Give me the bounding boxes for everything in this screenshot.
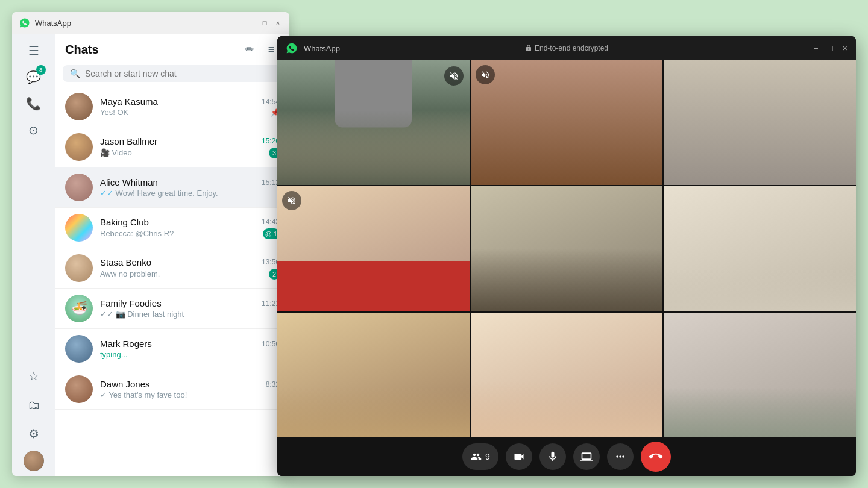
chat-name: Family Foodies bbox=[100, 298, 162, 308]
chat-preview: Rebecca: @Chris R? bbox=[100, 229, 174, 238]
sidebar-item-archived[interactable]: 🗂 bbox=[22, 393, 46, 417]
chat-info-dawn: Dawn Jones 8:32 ✓ Yes that's my fave too… bbox=[100, 379, 280, 399]
mic-button[interactable] bbox=[539, 443, 566, 470]
video-cell-9 bbox=[664, 313, 856, 437]
close-button[interactable]: × bbox=[274, 19, 282, 27]
video-cell-7 bbox=[277, 313, 470, 437]
end-call-button[interactable] bbox=[641, 442, 671, 472]
chat-info-baking: Baking Club 14:43 Rebecca: @Chris R? @ 1 bbox=[100, 217, 280, 239]
vc-close-button[interactable]: × bbox=[843, 43, 848, 53]
chat-name: Dawn Jones bbox=[100, 379, 150, 389]
avatar-alice bbox=[65, 174, 93, 201]
video-cell-8 bbox=[471, 313, 663, 437]
video-toggle-button[interactable] bbox=[506, 443, 532, 470]
chat-preview: Aww no problem. bbox=[100, 269, 160, 278]
minimize-button[interactable]: − bbox=[247, 19, 256, 27]
mute-indicator-1 bbox=[444, 66, 464, 86]
chat-preview: ✓✓ 📷 Dinner last night bbox=[100, 310, 184, 319]
chat-item-jason[interactable]: Jason Ballmer 15:26 🎥 Video 3 bbox=[55, 127, 289, 167]
avatar-baking bbox=[65, 214, 93, 242]
sidebar-item-status[interactable]: ⊙ bbox=[22, 118, 46, 142]
chat-name: Mark Rogers bbox=[100, 339, 152, 349]
chat-name: Baking Club bbox=[100, 217, 149, 227]
avatar-stasa bbox=[65, 254, 93, 282]
chat-preview: ✓ Yes that's my fave too! bbox=[100, 390, 187, 399]
more-options-button[interactable] bbox=[607, 443, 634, 470]
chat-info-stasa: Stasa Benko 13:56 Aww no problem. 2 bbox=[100, 257, 280, 280]
chat-list: Maya Kasuma 14:54 Yes! OK 📌 Jason Ballme… bbox=[55, 87, 289, 476]
chat-info-jason: Jason Ballmer 15:26 🎥 Video 3 bbox=[100, 136, 280, 158]
user-avatar[interactable] bbox=[24, 451, 44, 471]
video-call-window: WhatsApp End-to-end endcrypted − □ × bbox=[277, 36, 856, 476]
chat-preview: 🎥 Video bbox=[100, 148, 132, 157]
chat-item-baking[interactable]: Baking Club 14:43 Rebecca: @Chris R? @ 1 bbox=[55, 208, 289, 248]
chat-item-maya[interactable]: Maya Kasuma 14:54 Yes! OK 📌 bbox=[55, 87, 289, 127]
chat-item-alice[interactable]: Alice Whitman 15:12 ✓✓ Wow! Have great t… bbox=[55, 167, 289, 208]
chats-title: Chats bbox=[65, 43, 99, 57]
video-cell-2 bbox=[471, 60, 663, 185]
sidebar-item-menu[interactable]: ☰ bbox=[22, 39, 46, 63]
chat-preview: Yes! OK bbox=[100, 108, 128, 117]
new-chat-icon[interactable]: ✏ bbox=[241, 41, 258, 58]
maximize-button[interactable]: □ bbox=[260, 19, 269, 27]
search-icon: 🔍 bbox=[70, 69, 80, 78]
avatar-jason bbox=[65, 133, 93, 161]
chat-list-header: Chats ✏ ≡ bbox=[55, 34, 289, 63]
chat-panel: Chats ✏ ≡ 🔍 Maya Kasuma 14:54 Ye bbox=[55, 34, 289, 476]
window-title: WhatsApp bbox=[35, 19, 242, 28]
chat-info-maya: Maya Kasuma 14:54 Yes! OK 📌 bbox=[100, 96, 280, 117]
video-cell-5 bbox=[471, 186, 663, 311]
vc-titlebar: WhatsApp End-to-end endcrypted − □ × bbox=[277, 36, 856, 60]
chat-info-alice: Alice Whitman 15:12 ✓✓ Wow! Have great t… bbox=[100, 177, 280, 198]
vc-window-controls: − □ × bbox=[813, 43, 848, 53]
chat-preview: ✓✓ Wow! Have great time. Enjoy. bbox=[100, 189, 218, 198]
chat-item-dawn[interactable]: Dawn Jones 8:32 ✓ Yes that's my fave too… bbox=[55, 369, 289, 410]
chat-item-stasa[interactable]: Stasa Benko 13:56 Aww no problem. 2 bbox=[55, 248, 289, 289]
avatar-family: 🍜 bbox=[65, 295, 93, 322]
search-bar: 🔍 bbox=[63, 65, 282, 82]
video-cell-6 bbox=[664, 186, 856, 311]
participants-button[interactable]: 9 bbox=[462, 443, 498, 470]
vc-whatsapp-logo bbox=[286, 42, 298, 54]
vc-encrypted-badge: End-to-end endcrypted bbox=[525, 44, 608, 52]
video-cell-3 bbox=[664, 60, 856, 185]
chat-info-mark: Mark Rogers 10:56 typing... bbox=[100, 339, 280, 359]
video-grid bbox=[277, 60, 856, 437]
chat-info-family: Family Foodies 11:21 ✓✓ 📷 Dinner last ni… bbox=[100, 298, 280, 319]
sidebar-item-settings[interactable]: ⚙ bbox=[22, 422, 46, 446]
search-input[interactable] bbox=[85, 69, 275, 78]
avatar-maya bbox=[65, 93, 93, 120]
video-cell-4 bbox=[277, 186, 470, 311]
whatsapp-logo-icon bbox=[19, 17, 30, 28]
participants-count: 9 bbox=[485, 452, 490, 461]
chat-preview: typing... bbox=[100, 350, 128, 359]
header-icons: ✏ ≡ bbox=[241, 41, 280, 58]
chat-item-family[interactable]: 🍜 Family Foodies 11:21 ✓✓ 📷 Dinner last … bbox=[55, 289, 289, 329]
chat-name: Stasa Benko bbox=[100, 257, 151, 267]
titlebar: WhatsApp − □ × bbox=[12, 12, 289, 34]
whatsapp-background-window: WhatsApp − □ × ☰ 💬 3 📞 ⊙ ☆ 🗂 ⚙ Chats ✏ bbox=[12, 12, 289, 476]
avatar-dawn bbox=[65, 375, 93, 403]
sidebar-item-starred[interactable]: ☆ bbox=[22, 364, 46, 388]
chat-name: Maya Kasuma bbox=[100, 96, 158, 107]
vc-controls-bar: 9 bbox=[277, 437, 856, 476]
sidebar-bottom: ☆ 🗂 ⚙ bbox=[22, 364, 46, 471]
avatar-mark bbox=[65, 335, 93, 363]
chat-item-mark[interactable]: Mark Rogers 10:56 typing... bbox=[55, 329, 289, 369]
video-cell-1 bbox=[277, 60, 470, 185]
chat-name: Jason Ballmer bbox=[100, 136, 157, 146]
chats-badge: 3 bbox=[36, 65, 46, 75]
vc-maximize-button[interactable]: □ bbox=[828, 43, 832, 53]
mute-indicator-4 bbox=[282, 191, 301, 210]
sidebar-item-calls[interactable]: 📞 bbox=[22, 92, 46, 116]
mute-indicator-2 bbox=[476, 65, 495, 84]
screen-share-button[interactable] bbox=[573, 443, 600, 470]
encrypted-label: End-to-end endcrypted bbox=[535, 44, 608, 52]
sidebar: ☰ 💬 3 📞 ⊙ ☆ 🗂 ⚙ bbox=[12, 34, 55, 476]
window-controls: − □ × bbox=[247, 19, 282, 27]
chat-name: Alice Whitman bbox=[100, 177, 158, 187]
vc-minimize-button[interactable]: − bbox=[813, 43, 818, 53]
sidebar-item-chats[interactable]: 💬 3 bbox=[22, 65, 46, 89]
